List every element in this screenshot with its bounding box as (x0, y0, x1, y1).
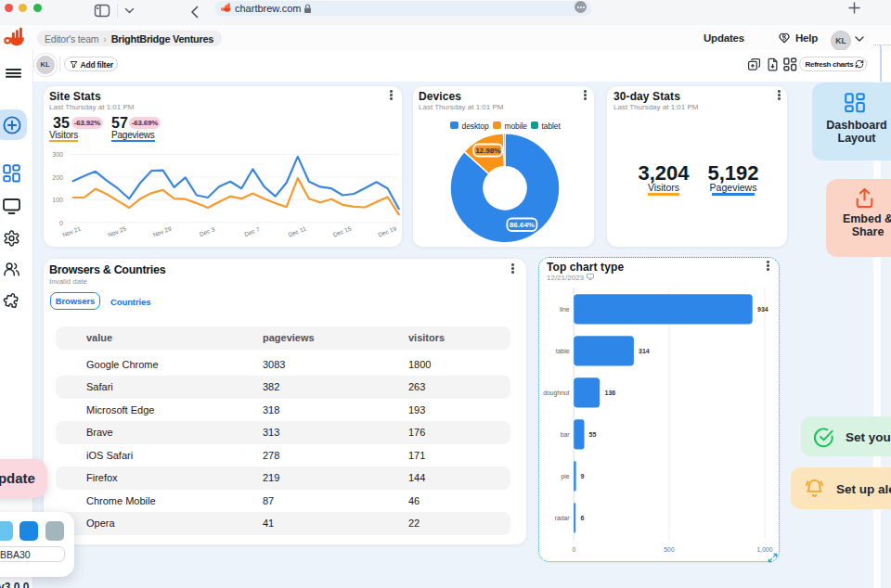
svg-text:12.98%: 12.98% (475, 147, 500, 155)
svg-text:55: 55 (589, 431, 597, 438)
svg-text:pie: pie (561, 473, 569, 480)
svg-text:Dec 15: Dec 15 (332, 224, 353, 237)
svg-text:radar: radar (555, 515, 571, 521)
svg-text:136: 136 (605, 390, 616, 396)
svg-text:doughnut: doughnut (543, 390, 569, 397)
svg-text:Dec 3: Dec 3 (199, 225, 216, 237)
svg-text:Nov 21: Nov 21 (61, 224, 82, 237)
svg-text:1,000: 1,000 (756, 546, 772, 553)
svg-text:bar: bar (561, 431, 571, 438)
svg-text:500: 500 (664, 546, 675, 553)
svg-text:86.64%: 86.64% (510, 221, 535, 229)
svg-text:Dec 19: Dec 19 (377, 224, 397, 237)
svg-text:314: 314 (639, 348, 650, 354)
svg-text:100: 100 (52, 197, 63, 203)
svg-text:200: 200 (52, 174, 63, 181)
svg-text:Nov 29: Nov 29 (152, 224, 173, 237)
svg-text:table: table (556, 348, 570, 354)
svg-text:line: line (560, 306, 570, 313)
svg-text:0: 0 (573, 546, 576, 553)
svg-text:Dec 7: Dec 7 (243, 225, 261, 237)
svg-text:6: 6 (581, 515, 585, 521)
svg-text:Nov 25: Nov 25 (107, 224, 127, 237)
svg-text:934: 934 (757, 306, 768, 313)
svg-text:0: 0 (59, 220, 63, 226)
svg-text:9: 9 (581, 473, 585, 479)
svg-text:300: 300 (52, 151, 63, 158)
svg-text:Dec 11: Dec 11 (287, 225, 307, 238)
